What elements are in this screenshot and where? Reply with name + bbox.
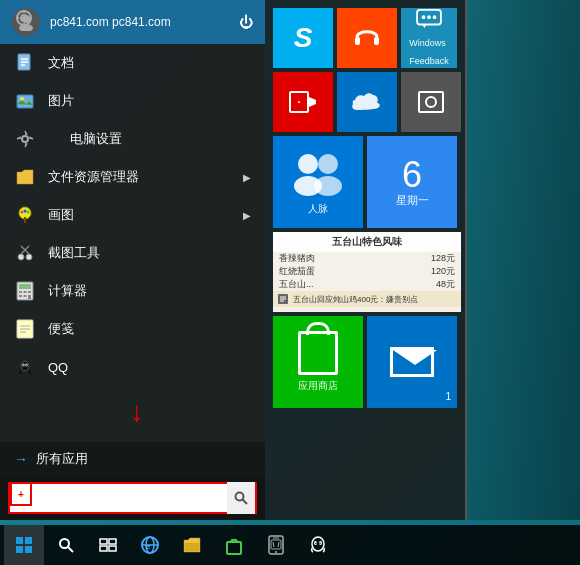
search-area: + [0,476,265,520]
svg-rect-24 [19,284,31,289]
tile-mail[interactable]: 1 [367,316,457,408]
mail-envelope-icon [390,347,434,377]
svg-rect-54 [419,92,443,112]
menu-label-qq: QQ [48,360,68,375]
headphone-icon [352,23,382,53]
taskbar-search-icon [58,537,74,553]
explorer-taskbar-icon [182,536,202,554]
menu-label-settings: 电脑设置 [70,130,122,148]
news-footer-text: 五台山回应炖山鸡400元：嫌贵别点 [293,294,418,305]
svg-line-84 [273,542,274,547]
svg-point-90 [319,543,321,545]
svg-rect-78 [185,543,199,551]
user-name: pc841.com pc841.com [50,15,229,29]
tile-news[interactable]: 五台山特色风味 香辣猪肉 128元 红烧茄蛋 120元 五台山... 48元 [273,232,461,312]
tile-store[interactable]: 应用商店 [273,316,363,408]
search-glass-icon [234,491,248,505]
tile-placeholder[interactable] [401,72,461,132]
all-apps-label: 所有应用 [36,450,88,468]
news-item3-name: 五台山... [279,278,314,291]
menu-label-notepad: 便笺 [48,320,74,338]
all-apps-item[interactable]: → 所有应用 [0,442,265,476]
calendar-day: 星期一 [396,193,429,208]
user-profile[interactable]: pc841.com pc841.com ⏻ [0,0,265,44]
folder-icon [14,166,36,188]
tile-video[interactable] [273,72,333,132]
tablet-mode-button[interactable] [256,525,296,565]
menu-item-snipping[interactable]: 截图工具 [0,234,265,272]
svg-point-86 [312,537,324,551]
svg-point-68 [60,539,69,548]
search-button[interactable] [227,482,255,514]
tile-skype[interactable]: S [273,8,333,68]
svg-rect-65 [25,537,32,544]
taskbar-search-button[interactable] [46,525,86,565]
calculator-icon [14,280,36,302]
feedback-chat-icon [414,8,444,30]
menu-item-paint[interactable]: 画图 ▶ [0,196,265,234]
svg-point-19 [18,254,24,260]
svg-rect-27 [28,291,31,293]
menu-item-calculator[interactable]: 计算器 [0,272,265,310]
svg-point-55 [426,97,436,107]
taskview-button[interactable] [88,525,128,565]
menu-item-pictures[interactable]: 图片 [0,82,265,120]
svg-rect-79 [227,542,241,554]
svg-rect-83 [271,540,281,549]
ie-button[interactable]: e [130,525,170,565]
svg-line-85 [278,542,279,547]
svg-rect-67 [25,546,32,553]
taskbar: e [0,525,580,565]
menu-item-explorer[interactable]: 文件资源管理器 ▶ [0,158,265,196]
menu-item-qq[interactable]: QQ [0,348,265,386]
document-icon [14,52,36,74]
tile-headphone[interactable] [337,8,397,68]
tiles-row3: 人脉 6 星期一 [273,136,457,228]
svg-text:e: e [146,542,151,551]
menu-items-list: 文档 图片 电脑设置 文件资源管理器 ▶ [0,44,265,442]
menu-label-paint: 画图 [48,206,74,224]
video-icon [289,91,317,113]
svg-point-59 [314,176,342,196]
svg-point-89 [315,543,317,545]
svg-point-37 [21,361,29,371]
svg-point-56 [298,154,318,174]
start-button[interactable] [4,525,44,565]
menu-label-pictures: 图片 [48,92,74,110]
svg-point-8 [22,136,28,142]
svg-point-40 [23,365,24,366]
start-menu: pc841.com pc841.com ⏻ 文档 图片 [0,0,265,520]
desktop-right-area [465,0,580,520]
news-title: 五台山特色风味 [273,232,461,252]
svg-rect-71 [109,539,116,544]
mail-badge: 1 [445,391,451,402]
svg-point-17 [27,211,30,214]
store-taskbar-button[interactable] [214,525,254,565]
svg-rect-70 [100,539,107,544]
tile-people[interactable]: 人脉 [273,136,363,228]
snipping-icon [14,242,36,264]
svg-rect-72 [100,546,107,551]
explorer-button[interactable] [172,525,212,565]
tiles-row1: S Windows [273,8,457,68]
svg-rect-26 [24,291,27,293]
notepad-icon [14,318,36,340]
tile-onedrive[interactable] [337,72,397,132]
news-footer: 五台山回应炖山鸡400元：嫌贵别点 [273,291,461,307]
people-icon [288,148,348,198]
svg-rect-25 [19,291,22,293]
tiles-area: S Windows [265,0,465,520]
news-row2: 红烧茄蛋 120元 [273,265,461,278]
svg-point-41 [26,365,27,366]
power-icon[interactable]: ⏻ [239,14,253,30]
svg-marker-50 [423,25,427,29]
tile-windows-feedback[interactable]: Windows Feedback [401,8,457,68]
search-cursor: + [10,482,32,506]
menu-item-settings[interactable]: 电脑设置 [0,120,265,158]
menu-item-notepad[interactable]: 便笺 [0,310,265,348]
menu-item-documents[interactable]: 文档 [0,44,265,82]
svg-rect-44 [355,37,360,45]
search-input[interactable] [10,484,227,512]
tile-calendar[interactable]: 6 星期一 [367,136,457,228]
qq-taskbar-button[interactable] [298,525,338,565]
